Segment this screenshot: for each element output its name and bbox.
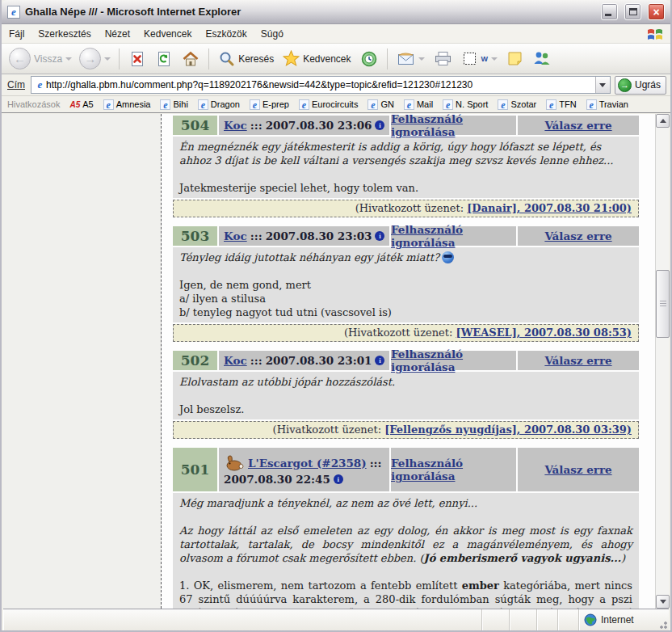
reply-cell: Válasz erre: [518, 448, 639, 491]
menu-tools[interactable]: Eszközök: [205, 28, 246, 40]
messenger-button[interactable]: [529, 48, 555, 70]
reply-link[interactable]: Válasz erre: [544, 463, 611, 476]
scrollbar-thumb[interactable]: [656, 270, 670, 338]
ignore-user-cell: Felhasználó ignorálása: [391, 116, 516, 135]
maximize-button[interactable]: [624, 3, 641, 20]
favorites-button[interactable]: Kedvencek: [279, 48, 354, 70]
link-tfn[interactable]: eTFN: [546, 99, 576, 110]
mail-button[interactable]: [393, 48, 428, 70]
toolbar-separator: [208, 48, 209, 70]
ignore-user-link[interactable]: Felhasználó ignorálása: [391, 457, 516, 482]
link-eurocircuits[interactable]: eEurocircuits: [299, 99, 358, 110]
link-mail[interactable]: eMail: [404, 99, 433, 110]
link-bihi[interactable]: eBihi: [160, 99, 187, 110]
link-dragon[interactable]: eDragon: [198, 99, 240, 110]
reference-link[interactable]: [Fellengzős nyugdíjas], 2007.08.30 03:39…: [384, 423, 632, 436]
link-label: Eurocircuits: [312, 99, 358, 109]
chevron-down-icon: [599, 83, 606, 87]
address-url[interactable]: http://ghalla.pbm.hu/comment.php?q=11892…: [46, 79, 595, 91]
address-input[interactable]: e http://ghalla.pbm.hu/comment.php?q=118…: [31, 76, 611, 94]
header-separator: :::: [250, 119, 262, 132]
close-button[interactable]: ×: [648, 3, 665, 20]
reply-cell: Válasz erre: [518, 116, 639, 135]
history-button[interactable]: [357, 48, 381, 70]
scroll-down-button[interactable]: [656, 595, 670, 609]
edit-dropdown-icon[interactable]: [491, 57, 498, 61]
menu-view[interactable]: Nézet: [105, 28, 130, 40]
link-travian[interactable]: eTravian: [586, 99, 628, 110]
menu-help[interactable]: Súgó: [261, 28, 284, 40]
menu-file[interactable]: Fájl: [9, 28, 24, 40]
reply-link[interactable]: Válasz erre: [544, 354, 611, 367]
print-button[interactable]: [430, 48, 456, 70]
ignore-user-link[interactable]: Felhasználó ignorálása: [391, 223, 516, 249]
stop-button[interactable]: [125, 48, 149, 70]
link-a5[interactable]: A5 A5: [69, 99, 93, 109]
vertical-scrollbar[interactable]: [655, 114, 669, 609]
post-user-cell: Koc ::: 2007.08.30 23:06 i: [219, 116, 389, 135]
ie-icon: e: [404, 99, 414, 110]
home-button[interactable]: [178, 48, 203, 70]
info-icon[interactable]: i: [375, 120, 384, 130]
address-dropdown-button[interactable]: [595, 77, 610, 93]
forward-icon: →: [79, 48, 101, 70]
reply-link[interactable]: Válasz erre: [544, 230, 611, 242]
header-separator: :::: [370, 457, 382, 470]
quoted-text: Én megnéznék egy játékmesterit is addig …: [179, 140, 632, 167]
link-szotar[interactable]: eSzotar: [498, 99, 536, 110]
menu-favorites[interactable]: Kedvencek: [144, 28, 191, 40]
reference-link[interactable]: [WEASEL], 2007.08.30 08:53): [456, 327, 632, 339]
username-link[interactable]: L'Escargot (#2358): [248, 457, 367, 470]
info-icon[interactable]: i: [334, 474, 343, 484]
minimize-icon: [605, 14, 611, 16]
messenger-icon: [532, 50, 552, 67]
post-text-line: a/ ilyen a stilusa: [179, 292, 632, 305]
forward-button[interactable]: →: [77, 46, 113, 71]
refresh-button[interactable]: [152, 48, 176, 70]
go-label: Ugrás: [635, 79, 661, 91]
resize-grip[interactable]: [656, 609, 669, 630]
post-number: 503: [173, 226, 217, 246]
info-icon[interactable]: i: [375, 231, 384, 241]
mail-dropdown-icon[interactable]: [418, 57, 425, 61]
username-link[interactable]: Koc: [224, 230, 247, 242]
post-user-cell: Koc ::: 2007.08.30 23:01 i: [219, 351, 389, 370]
link-gn[interactable]: eGN: [368, 99, 394, 110]
edit-button[interactable]: W: [458, 48, 502, 70]
ignore-user-link[interactable]: Felhasználó ignorálása: [391, 114, 516, 138]
ie-icon: e: [250, 99, 260, 110]
ie-icon: e: [546, 99, 556, 110]
quoted-text-inner: Tényleg idáig jutottak néhányan egy játé…: [179, 251, 439, 263]
username-link[interactable]: Koc: [224, 354, 247, 367]
menu-edit[interactable]: Szerkesztés: [38, 28, 90, 40]
chevron-down-icon: [660, 600, 666, 604]
username-link[interactable]: Koc: [224, 119, 247, 132]
quote-bold-segment: Jó emberismerő vagyok ugyanis...: [424, 552, 622, 564]
link-amnesia[interactable]: eAmnesia: [103, 99, 151, 110]
info-icon[interactable]: i: [375, 356, 384, 365]
link-label: Szotar: [510, 99, 536, 109]
text-segment: 1. OK, elismerem, nem tartozom a fentebb…: [179, 579, 462, 592]
back-button[interactable]: ← Vissza: [6, 46, 74, 71]
post-datetime: 2007.08.30 22:45: [224, 473, 330, 486]
post-user-cell: L'Escargot (#2358) ::: 2007.08.30 22:45 …: [219, 448, 389, 491]
refresh-icon: [155, 50, 173, 68]
back-dropdown-icon[interactable]: [65, 57, 72, 61]
scrollbar-grip-icon: [660, 301, 666, 307]
browser-window: e Ghalla Népe /// - Microsoft Internet E…: [0, 0, 672, 632]
discuss-button[interactable]: [503, 48, 527, 70]
ignore-user-link[interactable]: Felhasználó ignorálása: [391, 348, 516, 373]
search-label: Keresés: [238, 53, 274, 65]
ignore-user-cell: Felhasználó ignorálása: [391, 226, 516, 246]
search-button[interactable]: Keresés: [215, 48, 277, 70]
link-nsport[interactable]: eN. Sport: [443, 99, 488, 110]
reference-link[interactable]: [Danair], 2007.08.30 21:00): [467, 202, 632, 214]
status-bar: Internet: [3, 609, 669, 630]
minimize-button[interactable]: [601, 3, 618, 20]
link-eprep[interactable]: eE-prep: [250, 99, 289, 110]
go-button[interactable]: → Ugrás: [615, 76, 666, 95]
reply-link[interactable]: Válasz erre: [544, 119, 611, 132]
post-header: 503 Koc ::: 2007.08.30 23:03 i Felhaszná…: [173, 226, 639, 246]
scroll-up-button[interactable]: [656, 114, 670, 128]
forward-dropdown-icon[interactable]: [104, 57, 111, 61]
